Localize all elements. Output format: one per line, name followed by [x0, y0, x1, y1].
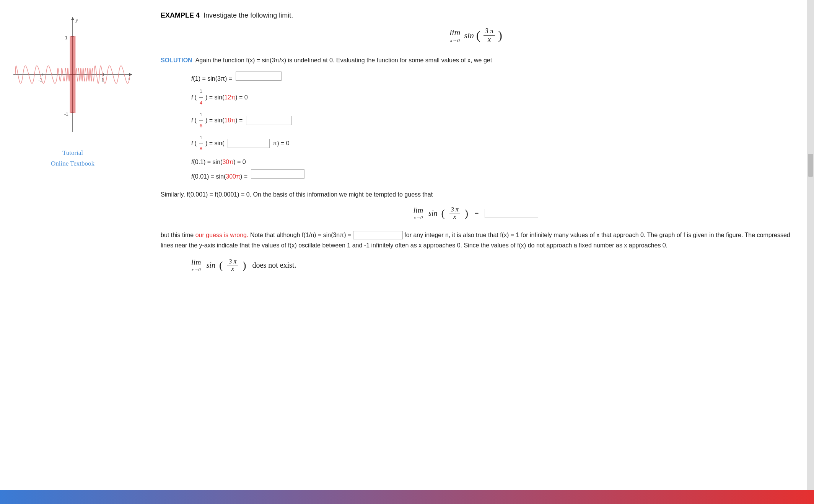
does-not-exist: does not exist. [252, 261, 296, 270]
svg-text:-1: -1 [64, 112, 68, 117]
sidebar: x y -1 1 1 -1 [0, 0, 145, 504]
eq4-frac: 1 8 [199, 132, 203, 154]
eq4-end: π) = 0 [271, 137, 290, 150]
eq3-f: f [191, 114, 193, 127]
para1: Similarly, f(0.001) = f(0.0001) = 0. On … [161, 189, 791, 200]
svg-marker-3 [71, 17, 74, 20]
example-intro: Investigate the following limit. [204, 11, 293, 19]
eq-line-6: f(0.01) = sin(300π) = [191, 169, 791, 183]
close-paren3: ) [243, 259, 246, 272]
main-content: EXAMPLE 4 Investigate the following limi… [145, 0, 814, 504]
scrollbar[interactable] [807, 0, 814, 490]
limit-guess-input[interactable] [485, 209, 538, 218]
lim3-operator: lim x→0 [191, 258, 201, 273]
sin3-label: sin [207, 261, 215, 270]
sidebar-links: Tutorial Online Textbook [51, 149, 94, 167]
sin3-fraction: 3 π x [227, 258, 238, 272]
sin2-fraction: 3 π x [449, 206, 460, 220]
eq-line-3: f ( 1 6 ) = sin(18π) = [191, 109, 791, 132]
bottom-bar [0, 490, 814, 504]
para2-input[interactable] [353, 231, 403, 239]
close-paren2: ) [465, 207, 468, 219]
eq5-text: f(0.1) = sin(30π) = 0 [191, 155, 246, 169]
para2-red: our guess is wrong. [195, 232, 249, 238]
open-paren3: ( [219, 259, 223, 272]
equals2: = [474, 209, 479, 218]
solution-label: SOLUTION [161, 57, 192, 63]
open-paren: ( [476, 28, 480, 42]
eq3-rest: ) = sin(18π) = [205, 114, 244, 127]
eq4-f: f [191, 137, 193, 150]
sin2-label: sin [428, 209, 437, 218]
solution-text1: Again the function f(x) = sin(3π/x) is u… [195, 57, 492, 63]
final-formula: lim x→0 sin ( 3 π x ) does not exist. [161, 258, 791, 273]
eq4-input[interactable] [228, 139, 270, 148]
example-label: EXAMPLE 4 [161, 11, 200, 19]
scrollbar-thumb[interactable] [808, 154, 813, 177]
eq2-frac: 1 4 [199, 86, 203, 108]
eq-line-5: f(0.1) = sin(30π) = 0 [191, 155, 791, 169]
eq3-frac: 1 6 [199, 109, 203, 132]
eq2-rest: ) = sin(12π) = 0 [205, 91, 248, 104]
eq-line-2: f ( 1 4 ) = sin(12π) = 0 [191, 86, 791, 108]
eq6-text: f(0.01) = sin(300π) = [191, 170, 249, 183]
svg-text:1: 1 [65, 35, 68, 41]
lim2-operator: lim x→0 [414, 206, 423, 221]
sin-fraction: 3 π x [484, 27, 495, 44]
para2-start: but this time [161, 232, 195, 238]
graph-container: x y -1 1 1 -1 [11, 15, 134, 138]
close-paren: ) [498, 28, 502, 42]
solution-para: SOLUTION Again the function f(x) = sin(3… [161, 55, 791, 65]
para2-cont1: Note that although f(1/n) = sin(3nπ) = [248, 232, 353, 238]
eq1-input[interactable] [236, 72, 282, 81]
online-textbook-link[interactable]: Online Textbook [51, 160, 94, 167]
tutorial-link[interactable]: Tutorial [62, 149, 83, 157]
main-formula: lim x→0 sin ( 3 π x ) [161, 27, 791, 44]
second-formula: lim x→0 sin ( 3 π x ) = [161, 206, 791, 221]
eq4-mid: ) = sin( [205, 137, 226, 150]
graph-svg: x y -1 1 1 -1 [11, 15, 134, 134]
sin-label: sin [464, 31, 474, 41]
eq-line-1: f(1) = sin(3π) = [191, 72, 791, 85]
eq2-open: ( [194, 91, 196, 104]
eq1-text: f(1) = sin(3π) = [191, 72, 234, 85]
open-paren2: ( [441, 207, 444, 219]
lim-operator: lim x→0 [449, 28, 460, 44]
eq3-input[interactable] [246, 116, 292, 125]
para2: but this time our guess is wrong. Note t… [161, 230, 791, 250]
equations-block: f(1) = sin(3π) = f ( 1 4 ) = sin(12π) = … [191, 72, 791, 183]
eq2-f: f [191, 91, 193, 104]
example-header: EXAMPLE 4 Investigate the following limi… [161, 11, 791, 20]
svg-text:y: y [75, 18, 78, 23]
eq6-input[interactable] [251, 169, 304, 179]
eq-line-4: f ( 1 8 ) = sin( π) = 0 [191, 132, 791, 154]
